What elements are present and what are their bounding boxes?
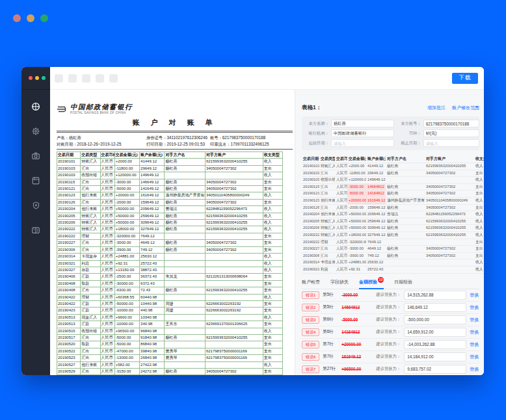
error-row-ref: 第27行	[323, 366, 338, 372]
logo-wheel-icon[interactable]	[28, 99, 44, 114]
parsed-row[interactable]: 20190314卡现金存人民币+24881.0025630.12收入	[302, 259, 484, 267]
statement-cell: -3000.00	[114, 240, 139, 246]
parsed-row[interactable]: 20190222转账汇入人民币+18000.00327649.12杨红燕6215…	[302, 231, 484, 239]
parsed-row[interactable]: 20190206转账汇入人民币+50000.00309649.12杨红燕6215…	[302, 225, 484, 232]
statement-cell: 20190423	[57, 308, 81, 314]
parsed-cell: 人民币	[335, 163, 347, 170]
statement-cell: 支出	[263, 341, 282, 348]
parsed-cell: 6228481159052296473	[425, 211, 474, 218]
suggestion-input[interactable]	[404, 315, 466, 324]
statement-cell: 6228481159052296473	[205, 206, 263, 213]
statement-cell: 20190121	[57, 186, 81, 192]
parsed-row[interactable]: 20190205转账汇入人民币+50000.00259649.12杨红燕6215…	[302, 218, 484, 225]
account-edit-scope-link[interactable]: 账户修改范围	[452, 105, 479, 111]
toolbar-tab-placeholder[interactable]	[55, 74, 63, 83]
suggestion-input[interactable]	[404, 291, 466, 300]
statement-col-header: 收支类型	[263, 152, 282, 159]
error-row-ref: 第6行	[323, 329, 338, 335]
error-badge: 错误7	[302, 365, 319, 373]
statement-cell	[165, 172, 206, 179]
parsed-row[interactable]: 20190121汇出人民币-5000.0014164912杨红燕34050004…	[302, 190, 484, 198]
suggestion-input[interactable]	[404, 340, 466, 349]
parsed-row[interactable]: 20190123他行来账人民币+20000.00161649.12滁州静磊房地产…	[302, 197, 484, 204]
statement-cell	[205, 254, 263, 260]
parsed-cell: 杨红燕	[386, 231, 425, 239]
tab-账户检查[interactable]: 账户检查	[302, 277, 320, 289]
parsed-row[interactable]: 20190103收报出错人民币+120000.00149649.12收入	[302, 177, 484, 184]
replace-link[interactable]: 替换	[470, 354, 479, 360]
statement-cell: 34050004727302	[205, 179, 263, 185]
parsed-row[interactable]: 20190103汇出人民币-11800.0029649.12杨红燕3405000…	[302, 170, 484, 177]
parsed-row[interactable]: 20190321利息人民币+92.3125722.43收入	[302, 266, 484, 273]
statement-cell: 人民币	[100, 308, 114, 314]
suggestion-input[interactable]	[404, 352, 466, 361]
minimize-button[interactable]	[27, 14, 34, 22]
parsed-row[interactable]: 20190126汇出人民币-2000.00159649.12杨红燕3405000…	[302, 204, 484, 211]
minimize-icon[interactable]	[35, 76, 39, 80]
parsed-cell: 支出	[474, 246, 484, 253]
statement-cell: 34050004727302	[205, 240, 263, 246]
bank-org-input[interactable]	[331, 129, 394, 137]
replace-link[interactable]: 替换	[470, 329, 479, 335]
flagged-cell: -5000.00	[347, 190, 366, 198]
toolbar-tab-placeholder[interactable]	[109, 74, 118, 83]
toolbar-tab-placeholder[interactable]	[82, 74, 90, 83]
statement-cell: 96840.98	[140, 328, 165, 334]
statement-cell: 支出	[263, 240, 282, 246]
own-account-input[interactable]	[423, 120, 479, 127]
book-icon[interactable]	[28, 173, 44, 189]
statement-row: 20190513汇款人民币-10000.00340.98王再东623669137…	[57, 321, 283, 328]
statement-cell: 支出	[263, 369, 282, 375]
end-date-input[interactable]	[423, 139, 479, 147]
statement-cell: 6215993632000410255	[205, 226, 263, 233]
tab-日期校验[interactable]: 日期校验	[394, 277, 412, 289]
parsed-row[interactable]: 20190306汇出人民币-3900.00749.12杨红燕3405000472…	[302, 252, 484, 259]
parsed-row[interactable]: 20190101转账汇入人民币+2000.0041449.12杨红燕621599…	[302, 163, 484, 170]
panel-links: 增加批注账户修改范围	[427, 105, 479, 111]
replace-link[interactable]: 替换	[470, 341, 479, 348]
suggestion-input[interactable]	[404, 365, 466, 374]
statement-cell: 7649.12	[140, 233, 165, 239]
statement-cell: -10000.00	[114, 321, 139, 328]
fullscreen-button[interactable]	[40, 14, 48, 22]
parsed-row[interactable]: 20190115汇出人民币-3000.0014664912杨红燕34050004…	[302, 183, 484, 190]
replace-link[interactable]: 替换	[470, 292, 479, 298]
statement-cell: 60440.98	[140, 294, 165, 300]
camera-icon[interactable]	[28, 148, 44, 164]
download-button[interactable]: 下载	[452, 73, 478, 84]
suggestion-input[interactable]	[404, 328, 466, 337]
statement-cell: 20190422	[57, 300, 81, 307]
tab-字段缺失[interactable]: 字段缺失	[330, 277, 349, 289]
statement-cell: 人民币	[100, 192, 114, 199]
toolbar-tab-placeholder[interactable]	[96, 74, 104, 83]
replace-link[interactable]: 替换	[470, 304, 479, 311]
replace-link[interactable]: 替换	[470, 366, 479, 373]
gear-icon[interactable]	[28, 124, 44, 139]
add-annotation-link[interactable]: 增加批注	[427, 105, 446, 111]
parsed-row[interactable]: 20190227汇出人民币-3000.004649.12杨红燕340500047…	[302, 246, 484, 253]
replace-link[interactable]: 替换	[470, 317, 479, 323]
statement-cell: 卡现金存	[81, 254, 100, 260]
currency-input[interactable]	[423, 129, 479, 137]
parsed-row[interactable]: 20190204他行来账人民币+50000.00209649.12曾瑞法6228…	[302, 211, 484, 218]
parsed-cell: 收入	[474, 218, 484, 225]
bank-org-label: 银行机构：	[307, 131, 329, 137]
start-date-input[interactable]	[331, 139, 394, 147]
toolbar-tab-placeholder[interactable]	[68, 74, 77, 83]
close-icon[interactable]	[29, 76, 33, 80]
statement-cell: 转账汇入	[81, 213, 100, 219]
own-name-input[interactable]	[331, 120, 394, 127]
close-button[interactable]	[13, 14, 21, 22]
statement-cell: 收入	[263, 260, 282, 267]
tab-金额校验[interactable]: 金额校验19	[359, 277, 384, 289]
id-card-icon[interactable]	[28, 222, 44, 238]
parsed-row[interactable]: 20190222理财人民币-320000.007649.12支出	[302, 239, 484, 246]
statement-cell: 34050004727302	[205, 186, 263, 192]
parsed-cell: 327649.12	[366, 231, 386, 239]
suggestion-input[interactable]	[404, 303, 466, 312]
statement-cell: 汇出	[81, 369, 100, 375]
statement-cell: 汇款	[81, 300, 100, 307]
shield-icon[interactable]	[28, 198, 44, 213]
fullscreen-icon[interactable]	[42, 76, 46, 80]
parsed-cell: 杨红燕	[386, 218, 425, 225]
